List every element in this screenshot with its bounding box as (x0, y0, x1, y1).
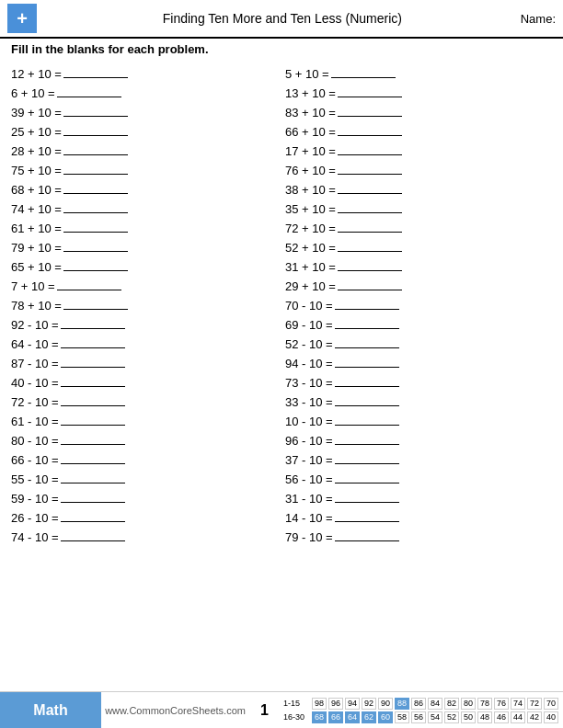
answer-cell: 42 (527, 711, 542, 723)
answer-blank (63, 181, 128, 194)
list-item: 66 + 10 = (285, 123, 552, 139)
answer-blank (63, 104, 128, 117)
list-item: 74 + 10 = (11, 200, 278, 216)
page-title: Finding Ten More and Ten Less (Numeric) (44, 11, 521, 26)
answer-cell: 56 (411, 711, 426, 723)
list-item: 39 + 10 = (11, 104, 278, 119)
problem-text: 66 + 10 = (285, 125, 336, 139)
list-item: 64 - 10 = (11, 336, 278, 351)
problem-text: 13 + 10 = (285, 86, 336, 100)
problem-text: 5 + 10 = (285, 67, 329, 81)
answer-blank (331, 65, 396, 78)
answer-cell: 50 (461, 711, 476, 723)
problem-text: 31 - 10 = (285, 492, 333, 506)
answer-cell: 86 (411, 698, 426, 710)
list-item: 55 - 10 = (11, 471, 278, 486)
answer-blank (61, 355, 125, 368)
answer-cell: 94 (345, 698, 360, 710)
answer-cell: 72 (527, 698, 542, 710)
answer-range-label: 16-30 (283, 712, 311, 722)
list-item: 61 - 10 = (11, 413, 278, 428)
problem-text: 17 + 10 = (285, 144, 336, 158)
instructions: Fill in the blanks for each problem. (0, 39, 563, 60)
answer-cell: 60 (378, 711, 393, 723)
list-item: 29 + 10 = (285, 278, 552, 293)
problem-text: 78 + 10 = (11, 299, 62, 313)
list-item: 40 - 10 = (11, 374, 278, 390)
footer: Math www.CommonCoreSheets.com 1 1-159896… (0, 691, 563, 728)
list-item: 35 + 10 = (285, 200, 552, 216)
answer-blank (338, 239, 402, 252)
answer-blank (335, 529, 399, 541)
answer-blank (61, 529, 125, 541)
problem-text: 72 + 10 = (285, 222, 336, 235)
answer-blank (338, 85, 402, 97)
column-right: 5 + 10 = 13 + 10 = 83 + 10 = 66 + 10 = 1… (282, 62, 556, 548)
answer-blank (63, 200, 128, 213)
answer-cell: 78 (477, 698, 492, 710)
answer-blank (338, 200, 402, 213)
answer-cell: 52 (444, 711, 459, 723)
answer-cell: 90 (378, 698, 393, 710)
answer-cell: 96 (328, 698, 343, 710)
list-item: 76 + 10 = (285, 162, 552, 177)
answer-row: 1-15989694929088868482807876747270 (283, 698, 559, 710)
list-item: 83 + 10 = (285, 104, 552, 119)
list-item: 25 + 10 = (11, 123, 278, 139)
list-item: 66 - 10 = (11, 451, 278, 467)
answer-range-label: 1-15 (283, 699, 311, 708)
answer-blank (335, 336, 399, 348)
answer-blank (61, 336, 125, 348)
list-item: 80 - 10 = (11, 432, 278, 448)
list-item: 73 - 10 = (285, 374, 552, 390)
list-item: 74 - 10 = (11, 529, 278, 544)
problem-text: 35 + 10 = (285, 202, 336, 216)
answer-cell: 74 (511, 698, 525, 710)
list-item: 7 + 10 = (11, 278, 278, 293)
list-item: 94 - 10 = (285, 355, 552, 370)
list-item: 92 - 10 = (11, 316, 278, 332)
list-item: 78 + 10 = (11, 297, 278, 313)
problem-text: 28 + 10 = (11, 144, 62, 158)
problem-text: 7 + 10 = (11, 279, 55, 293)
answer-blank (61, 451, 125, 464)
answer-blank (63, 297, 128, 310)
list-item: 17 + 10 = (285, 142, 552, 158)
answer-cell: 84 (428, 698, 442, 710)
list-item: 38 + 10 = (285, 181, 552, 197)
list-item: 33 - 10 = (285, 393, 552, 409)
list-item: 79 + 10 = (11, 239, 278, 255)
answer-blank (61, 490, 125, 503)
list-item: 12 + 10 = (11, 65, 278, 81)
list-item: 72 + 10 = (285, 220, 552, 235)
answer-cell: 66 (328, 711, 343, 723)
answer-blank (63, 258, 128, 271)
list-item: 70 - 10 = (285, 297, 552, 313)
answer-cell: 68 (312, 711, 327, 723)
answer-blank (335, 490, 399, 503)
problem-text: 31 + 10 = (285, 260, 336, 274)
problem-text: 12 + 10 = (11, 67, 62, 81)
problem-text: 39 + 10 = (11, 106, 62, 119)
problem-text: 76 + 10 = (285, 164, 336, 177)
problem-text: 94 - 10 = (285, 357, 333, 370)
answer-cell: 80 (461, 698, 476, 710)
problem-text: 59 - 10 = (11, 492, 59, 506)
answer-blank (57, 278, 121, 290)
problem-text: 72 - 10 = (11, 395, 59, 409)
answer-blank (63, 162, 128, 175)
footer-answers: 1-1598969492908886848280787674727016-306… (280, 692, 563, 728)
answer-blank (335, 393, 399, 406)
list-item: 5 + 10 = (285, 65, 552, 81)
answer-cell: 88 (395, 698, 409, 710)
problem-text: 40 - 10 = (11, 376, 59, 390)
problem-text: 92 - 10 = (11, 318, 59, 332)
answer-cell: 70 (544, 698, 558, 710)
problem-text: 61 - 10 = (11, 415, 59, 428)
list-item: 68 + 10 = (11, 181, 278, 197)
answer-blank (61, 393, 125, 406)
answer-blank (338, 181, 402, 194)
problem-text: 64 - 10 = (11, 337, 59, 351)
answer-blank (61, 413, 125, 426)
problem-text: 29 + 10 = (285, 279, 336, 293)
